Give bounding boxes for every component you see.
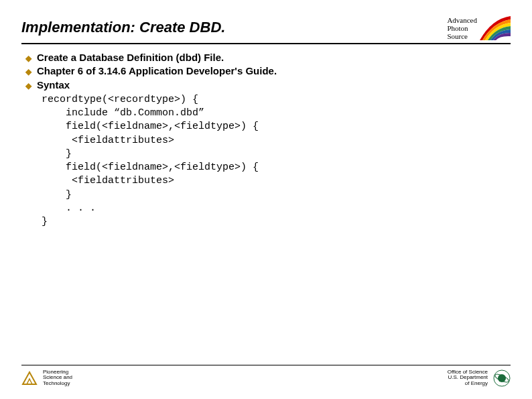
footer-row: Pioneering Science and Technology Office… xyxy=(21,369,511,387)
footer-left: Pioneering Science and Technology xyxy=(21,369,72,387)
footer-right-text: Office of Science U.S. Department of Ene… xyxy=(448,369,488,387)
footer-right: Office of Science U.S. Department of Ene… xyxy=(448,369,511,387)
header-row: Implementation: Create DBD. Advanced Pho… xyxy=(21,19,511,42)
bullet-text: Syntax xyxy=(37,78,70,92)
aps-line: Photon xyxy=(447,24,477,32)
aps-logo-text: Advanced Photon Source xyxy=(447,16,477,40)
aps-line: Source xyxy=(447,32,477,40)
footer: Pioneering Science and Technology Office… xyxy=(21,365,511,387)
aps-line: Advanced xyxy=(447,16,477,24)
rainbow-icon xyxy=(480,16,511,40)
bullet-text: Chapter 6 of 3.14.6 Application Develope… xyxy=(37,64,277,78)
bullet-list: ◆ Create a Database Definition (dbd) Fil… xyxy=(21,51,511,92)
footer-divider xyxy=(21,365,511,365)
title-divider xyxy=(21,43,511,44)
argonne-logo-icon xyxy=(21,371,38,386)
aps-logo: Advanced Photon Source xyxy=(447,16,511,40)
footer-left-text: Pioneering Science and Technology xyxy=(43,369,72,387)
bullet-item: ◆ Chapter 6 of 3.14.6 Application Develo… xyxy=(25,64,511,78)
page-title: Implementation: Create DBD. xyxy=(21,19,225,42)
doe-logo-icon xyxy=(493,369,511,387)
bullet-text: Create a Database Definition (dbd) File. xyxy=(37,51,224,64)
diamond-bullet-icon: ◆ xyxy=(25,53,31,64)
slide: Implementation: Create DBD. Advanced Pho… xyxy=(0,0,532,399)
bullet-item: ◆ Create a Database Definition (dbd) Fil… xyxy=(25,51,511,64)
diamond-bullet-icon: ◆ xyxy=(25,80,31,91)
diamond-bullet-icon: ◆ xyxy=(25,66,31,77)
bullet-item: ◆ Syntax xyxy=(25,78,511,92)
code-block: recordtype(<recordtype>) { include “db.C… xyxy=(21,93,511,229)
footer-text-line: of Energy xyxy=(448,381,488,387)
footer-text-line: Technology xyxy=(43,381,72,387)
